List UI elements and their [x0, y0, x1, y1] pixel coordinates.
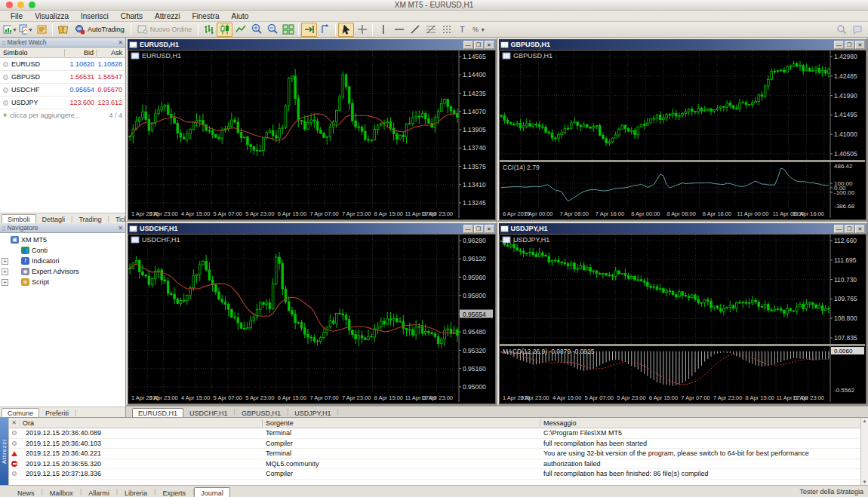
- tab-libreria[interactable]: Libreria: [118, 487, 154, 497]
- journal-row[interactable]: 2019.12.15 20:36:55.320MQL5.communityaut…: [9, 459, 868, 470]
- journal-row[interactable]: 2019.12.15 20:36:40.221TerminalYou are u…: [9, 449, 868, 459]
- tab-journal[interactable]: Journal: [194, 487, 230, 497]
- svg-text:7 Apr 07:00: 7 Apr 07:00: [681, 394, 709, 401]
- table-row[interactable]: GBPUSD 1.56531 1.56547: [0, 71, 125, 84]
- tree-item-script[interactable]: +≣ Script: [0, 277, 125, 287]
- table-row[interactable]: USDCHF 0.95654 0.95670: [0, 84, 125, 97]
- svg-text:0.95480: 0.95480: [463, 328, 486, 336]
- tile-windows-icon[interactable]: [280, 23, 296, 37]
- vertical-line-icon[interactable]: [375, 23, 391, 37]
- cursor-icon[interactable]: [338, 23, 354, 37]
- tree-item-expert-advisors[interactable]: +◉ Expert Advisors: [0, 266, 125, 277]
- column-sorgente[interactable]: Sorgente: [263, 419, 540, 427]
- line-chart-mode-icon[interactable]: [232, 23, 248, 37]
- restore-icon[interactable]: ❒: [845, 225, 854, 233]
- menu-attrezzi[interactable]: Attrezzi: [149, 11, 186, 21]
- column-ask[interactable]: Ask: [97, 49, 125, 57]
- minimize-icon[interactable]: —: [834, 41, 844, 49]
- chart-canvas[interactable]: 1.429801.424851.419901.414951.410001.405…: [499, 50, 867, 220]
- autotrading-button[interactable]: AutoTrading: [71, 23, 128, 37]
- tree-item-conti[interactable]: 👥 Conti: [0, 245, 125, 256]
- tab-news[interactable]: News: [11, 487, 42, 497]
- tab-trading[interactable]: Trading: [72, 214, 107, 223]
- menu-aiuto[interactable]: Aiuto: [226, 11, 255, 21]
- chart-window-titlebar[interactable]: GBPUSD,H1 —❒✕: [499, 39, 867, 50]
- close-icon[interactable]: ✕: [855, 225, 865, 233]
- auto-scroll-icon[interactable]: [301, 23, 317, 37]
- column-messaggio[interactable]: Messaggio: [540, 419, 868, 427]
- new-order-button[interactable]: Nuovo Ordine: [134, 23, 196, 37]
- new-chart-button[interactable]: ▼: [2, 23, 18, 37]
- zoom-in-icon[interactable]: [248, 23, 264, 37]
- scroll-down-icon[interactable]: ▼: [863, 479, 867, 485]
- minimize-icon[interactable]: —: [834, 225, 844, 233]
- minimize-icon[interactable]: —: [463, 225, 473, 233]
- search-icon[interactable]: [833, 23, 849, 37]
- restore-icon[interactable]: ❒: [474, 225, 484, 233]
- close-icon[interactable]: ✕: [485, 225, 494, 233]
- objects-grid-icon[interactable]: [439, 23, 454, 37]
- minimize-icon[interactable]: —: [463, 41, 473, 49]
- chart-window-titlebar[interactable]: USDJPY,H1 —❒✕: [499, 223, 867, 234]
- restore-icon[interactable]: ❒: [474, 41, 484, 49]
- chart-window-titlebar[interactable]: EURUSD,H1 —❒✕: [128, 39, 496, 50]
- close-icon[interactable]: ✕: [855, 41, 865, 49]
- journal-row[interactable]: 2019.12.15 20:37:18.336Compilerfull reco…: [9, 469, 868, 480]
- zoom-out-icon[interactable]: [264, 23, 280, 37]
- window-title: XM MT5 - EURUSD,H1: [0, 1, 868, 9]
- chart-window-titlebar[interactable]: USDCHF,H1 —❒✕: [128, 223, 496, 234]
- menu-inserisci[interactable]: Inserisci: [75, 11, 115, 21]
- profiles-button[interactable]: ▼: [18, 23, 34, 37]
- chart-canvas[interactable]: 112.660111.695110.730109.765108.800107.8…: [499, 234, 867, 404]
- menu-file[interactable]: File: [5, 11, 29, 21]
- menu-finestra[interactable]: Finestra: [186, 11, 225, 21]
- table-row[interactable]: USDJPY 123.600 123.612: [0, 97, 125, 109]
- restore-icon[interactable]: ❒: [845, 41, 854, 49]
- tab-experts[interactable]: Experts: [155, 487, 192, 497]
- tab-simboli[interactable]: Simboli: [2, 214, 36, 223]
- journal-row[interactable]: 2019.12.15 20:36:40.103Compilerfull reco…: [9, 439, 868, 449]
- menu-charts[interactable]: Charts: [115, 11, 149, 21]
- close-icon[interactable]: ✕: [118, 225, 123, 232]
- chart-canvas[interactable]: 0.962800.961200.959600.958000.956540.954…: [128, 234, 496, 404]
- market-watch-button[interactable]: [34, 23, 50, 37]
- menu-visualizza[interactable]: Visualizza: [29, 11, 75, 21]
- crosshair-icon[interactable]: [354, 23, 370, 37]
- navigator-tree: ▣ XM MT5 👥 Conti +f Indicatori +◉ Expert…: [0, 233, 125, 406]
- tab-dettagli[interactable]: Dettagli: [36, 214, 72, 223]
- tab-ticks[interactable]: Ticks: [109, 214, 125, 223]
- close-icon[interactable]: ✕: [485, 41, 494, 49]
- tab-allarmi[interactable]: Allarmi: [82, 487, 116, 497]
- candle-chart-mode-icon[interactable]: [217, 23, 232, 37]
- journal-row[interactable]: 2019.12.15 20:36:40.089TerminalC:\Progra…: [9, 428, 868, 439]
- tab-preferiti[interactable]: Preferiti: [39, 408, 75, 417]
- help-books-button[interactable]: [55, 23, 71, 37]
- bar-chart-mode-icon[interactable]: [201, 23, 217, 37]
- text-label-icon[interactable]: T: [454, 23, 470, 37]
- close-icon[interactable]: ✕: [9, 419, 20, 426]
- column-bid[interactable]: Bid: [65, 49, 97, 57]
- tab-comune[interactable]: Comune: [2, 408, 39, 417]
- fibonacci-icon[interactable]: [423, 23, 439, 37]
- chart-shift-icon[interactable]: [317, 23, 333, 37]
- column-simbolo[interactable]: Simbolo: [0, 49, 65, 57]
- add-symbol-row[interactable]: + clicca per aggiungere... 4 / 4: [0, 109, 125, 121]
- chat-icon[interactable]: [849, 23, 865, 37]
- close-icon[interactable]: ✕: [118, 39, 123, 46]
- expand-icon[interactable]: +: [2, 258, 8, 265]
- tab-mailbox[interactable]: Mailbox: [43, 487, 80, 497]
- market-watch-tabs: Simboli Dettagli| Trading| Ticks: [0, 213, 125, 223]
- horizontal-line-icon[interactable]: [391, 23, 407, 37]
- toolbox-vertical-tab[interactable]: Attrezzi: [0, 418, 8, 485]
- chart-canvas[interactable]: 1.145651.144001.142351.140701.139051.137…: [128, 50, 496, 220]
- expand-icon[interactable]: +: [2, 268, 8, 275]
- tree-item-account[interactable]: ▣ XM MT5: [0, 235, 125, 245]
- journal-scrollbar[interactable]: ▲ ▼: [860, 418, 868, 485]
- tree-item-indicatori[interactable]: +f Indicatori: [0, 256, 125, 266]
- scroll-up-icon[interactable]: ▲: [863, 418, 867, 424]
- table-row[interactable]: EURUSD 1.10820 1.10828: [0, 58, 125, 71]
- expand-icon[interactable]: +: [2, 279, 8, 286]
- arrows-shapes-icon[interactable]: %▼: [470, 23, 486, 37]
- column-ora[interactable]: Ora: [20, 419, 263, 427]
- trendline-icon[interactable]: [407, 23, 423, 37]
